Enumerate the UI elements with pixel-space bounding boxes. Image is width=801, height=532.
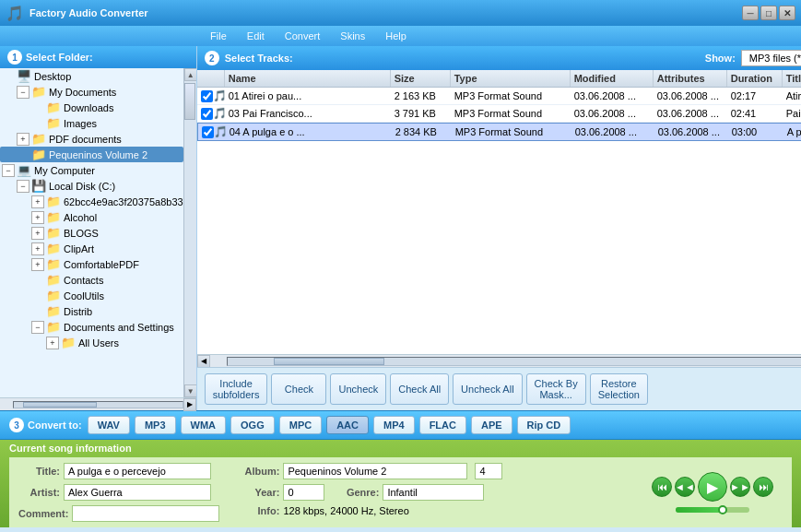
menu-item-skins[interactable]: Skins bbox=[331, 29, 374, 43]
action-btn-uncheck-all[interactable]: Uncheck All bbox=[453, 373, 522, 405]
menu-item-file[interactable]: File bbox=[201, 29, 236, 43]
file-cell-size-1: 3 791 KB bbox=[391, 106, 451, 121]
format-btn-wav[interactable]: WAV bbox=[88, 416, 130, 434]
col-header-modified[interactable]: Modified bbox=[571, 70, 654, 87]
expand-btn-pdfdocs[interactable]: + bbox=[17, 133, 29, 146]
album-label: Album: bbox=[238, 466, 279, 477]
tree-item-pdfdocs[interactable]: +📁PDF documents bbox=[0, 131, 183, 147]
action-btn-restore-selection[interactable]: Restore Selection bbox=[590, 373, 648, 405]
format-btn-mp4[interactable]: MP4 bbox=[373, 416, 415, 434]
format-btn-mp3[interactable]: MP3 bbox=[135, 416, 176, 434]
year-input[interactable] bbox=[283, 484, 324, 501]
file-row-0[interactable]: 🎵01 Atirei o pau...2 163 KBMP3 Format So… bbox=[197, 88, 801, 105]
scroll-thumb[interactable] bbox=[184, 83, 195, 120]
format-filter-select[interactable]: MP3 files (*.mp3) bbox=[741, 50, 801, 66]
format-btn-mpc[interactable]: MPC bbox=[279, 416, 322, 434]
minimize-button[interactable]: ─ bbox=[742, 6, 759, 20]
title-input[interactable] bbox=[64, 463, 211, 479]
tree-item-hash[interactable]: +📁62bcc4e9ac3f20375a8b33 bbox=[0, 194, 183, 209]
tree-item-blogs[interactable]: +📁BLOGS bbox=[0, 225, 183, 241]
format-btn-flac[interactable]: FLAC bbox=[419, 416, 466, 434]
hscroll-left-arrow[interactable]: ◀ bbox=[197, 355, 210, 368]
tree-item-clipart[interactable]: +📁ClipArt bbox=[0, 241, 183, 256]
menu-item-help[interactable]: Help bbox=[376, 29, 416, 43]
comment-row: Comment: bbox=[18, 505, 219, 522]
menu-item-convert[interactable]: Convert bbox=[276, 29, 330, 43]
format-btn-ogg[interactable]: OGG bbox=[230, 416, 275, 434]
tree-item-docsettings[interactable]: −📁Documents and Settings bbox=[0, 319, 183, 335]
file-row-1[interactable]: 🎵03 Pai Francisco...3 791 KBMP3 Format S… bbox=[197, 105, 801, 123]
tree-item-mydocs[interactable]: −📁My Documents bbox=[0, 84, 183, 100]
artist-input[interactable] bbox=[64, 484, 211, 501]
comment-input[interactable] bbox=[72, 505, 219, 522]
tree-hscroll[interactable]: ▶ bbox=[0, 397, 196, 410]
expand-btn-docsettings[interactable]: − bbox=[31, 321, 44, 334]
tree-item-distrib[interactable]: 📁Distrib bbox=[0, 303, 183, 319]
next-button[interactable]: ►► bbox=[730, 477, 750, 497]
expand-btn-localc[interactable]: − bbox=[17, 180, 29, 193]
expand-btn-alcohol[interactable]: + bbox=[31, 211, 44, 224]
col-header-duration[interactable]: Duration bbox=[727, 70, 783, 87]
format-btn-rip-cd[interactable]: Rip CD bbox=[517, 416, 571, 434]
col-header-name[interactable]: Name bbox=[225, 70, 391, 87]
tree-item-mycomputer[interactable]: −💻My Computer bbox=[0, 162, 183, 178]
col-header-type[interactable]: Type bbox=[451, 70, 571, 87]
genre-input[interactable] bbox=[383, 484, 484, 501]
expand-btn-hash[interactable]: + bbox=[31, 195, 44, 208]
tree-item-comfortpdf[interactable]: +📁ComfortablePDF bbox=[0, 256, 183, 272]
scroll-up-arrow[interactable]: ▲ bbox=[184, 68, 196, 81]
close-button[interactable]: ✕ bbox=[779, 6, 795, 20]
end-button[interactable]: ⏭ bbox=[753, 477, 773, 497]
expand-btn-mydocs[interactable]: − bbox=[17, 86, 29, 99]
tree-item-desktop[interactable]: 🖥️Desktop bbox=[0, 68, 183, 84]
col-header-checkbox[interactable] bbox=[197, 70, 225, 87]
expand-btn-blogs[interactable]: + bbox=[31, 227, 44, 240]
tree-container[interactable]: 🖥️Desktop−📁My Documents📁Downloads📁Images… bbox=[0, 68, 183, 397]
format-btn-aac[interactable]: AAC bbox=[326, 416, 369, 434]
hscroll-right-arrow[interactable]: ▶ bbox=[183, 398, 196, 411]
file-cell-name-2: 04 A pulga e o ... bbox=[226, 124, 392, 139]
volume-track[interactable] bbox=[676, 507, 749, 513]
action-btn-check[interactable]: Check bbox=[271, 373, 326, 405]
file-list-hscroll[interactable]: ◀ ▶ bbox=[197, 354, 801, 367]
action-btn-check-by-mask[interactable]: Check By Mask... bbox=[526, 373, 586, 405]
expand-btn-mycomputer[interactable]: − bbox=[2, 164, 15, 177]
expand-btn-clipart[interactable]: + bbox=[31, 242, 44, 255]
col-header-title[interactable]: Title bbox=[783, 70, 801, 87]
album-input[interactable] bbox=[283, 463, 467, 479]
scroll-down-arrow[interactable]: ▼ bbox=[184, 384, 196, 397]
format-btn-wma[interactable]: WMA bbox=[181, 416, 227, 434]
tree-item-localc[interactable]: −💾Local Disk (C:) bbox=[0, 178, 183, 194]
menu-item-edit[interactable]: Edit bbox=[238, 29, 274, 43]
volume-slider[interactable] bbox=[676, 507, 749, 513]
expand-btn-comfortpdf[interactable]: + bbox=[31, 258, 44, 271]
col-header-attributes[interactable]: Attributes bbox=[654, 70, 727, 87]
maximize-button[interactable]: □ bbox=[760, 6, 777, 20]
tree-item-coolutils[interactable]: 📁CoolUtils bbox=[0, 288, 183, 303]
action-btn-check-all[interactable]: Check All bbox=[390, 373, 449, 405]
tree-item-allusers[interactable]: +📁All Users bbox=[0, 335, 183, 350]
tree-scrollbar-v[interactable]: ▲ ▼ bbox=[183, 68, 196, 397]
tree-item-images[interactable]: 📁Images bbox=[0, 115, 183, 131]
rewind-button[interactable]: ⏮ bbox=[652, 477, 672, 497]
col-header-size[interactable]: Size bbox=[391, 70, 451, 87]
play-button[interactable]: ▶ bbox=[698, 472, 727, 502]
track-input[interactable] bbox=[475, 463, 502, 479]
hscroll-thumb[interactable] bbox=[274, 358, 384, 365]
tree-item-downloads[interactable]: 📁Downloads bbox=[0, 100, 183, 115]
tree-label-blogs: BLOGS bbox=[64, 228, 99, 239]
action-btn-include-subfolders[interactable]: Include subfolders bbox=[205, 373, 268, 405]
tree-item-pequeninos[interactable]: 📁Pequeninos Volume 2 bbox=[0, 147, 183, 162]
file-checkbox-0[interactable] bbox=[201, 90, 213, 102]
format-btn-ape[interactable]: APE bbox=[471, 416, 512, 434]
prev-button[interactable]: ◄◄ bbox=[675, 477, 695, 497]
tree-item-alcohol[interactable]: +📁Alcohol bbox=[0, 209, 183, 225]
file-checkbox-1[interactable] bbox=[201, 108, 213, 120]
file-checkbox-2[interactable] bbox=[202, 126, 214, 138]
tree-item-contacts[interactable]: 📁Contacts bbox=[0, 272, 183, 288]
action-btn-uncheck[interactable]: Uncheck bbox=[330, 373, 386, 405]
volume-thumb[interactable] bbox=[718, 505, 727, 514]
file-row-2[interactable]: 🎵04 A pulga e o ...2 834 KBMP3 Format So… bbox=[197, 123, 801, 141]
expand-btn-allusers[interactable]: + bbox=[46, 337, 59, 349]
file-list-container[interactable]: NameSizeTypeModifiedAttributesDurationTi… bbox=[197, 70, 801, 354]
